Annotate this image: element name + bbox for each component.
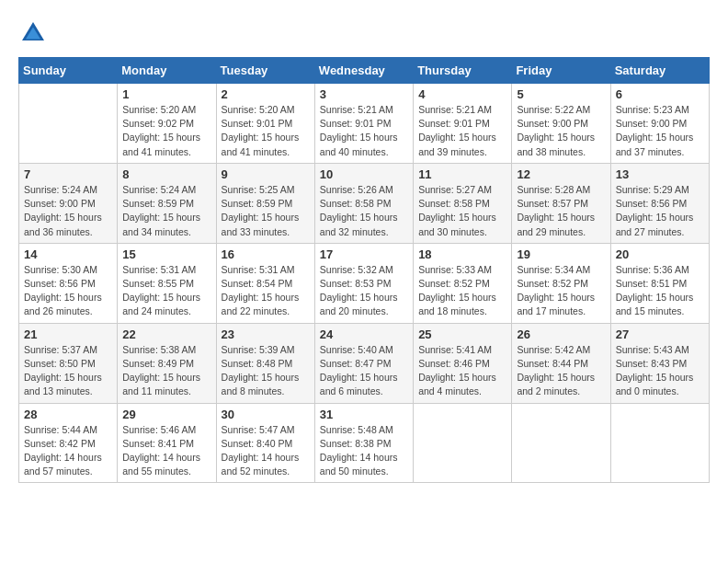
- logo: [18, 18, 51, 48]
- logo-icon: [18, 18, 48, 48]
- calendar-week-row: 21Sunrise: 5:37 AM Sunset: 8:50 PM Dayli…: [19, 323, 710, 403]
- day-number: 26: [517, 327, 605, 341]
- col-thursday: Thursday: [414, 58, 512, 84]
- table-row: 7Sunrise: 5:24 AM Sunset: 9:00 PM Daylig…: [19, 163, 118, 243]
- day-number: 3: [320, 87, 408, 101]
- day-info: Sunrise: 5:38 AM Sunset: 8:49 PM Dayligh…: [122, 343, 210, 399]
- table-row: 1Sunrise: 5:20 AM Sunset: 9:02 PM Daylig…: [118, 84, 216, 164]
- day-number: 11: [418, 167, 506, 181]
- day-info: Sunrise: 5:37 AM Sunset: 8:50 PM Dayligh…: [24, 343, 112, 399]
- table-row: [512, 403, 610, 483]
- table-row: 11Sunrise: 5:27 AM Sunset: 8:58 PM Dayli…: [414, 163, 512, 243]
- day-info: Sunrise: 5:34 AM Sunset: 8:52 PM Dayligh…: [517, 263, 605, 319]
- table-row: 25Sunrise: 5:41 AM Sunset: 8:46 PM Dayli…: [414, 323, 512, 403]
- table-row: 9Sunrise: 5:25 AM Sunset: 8:59 PM Daylig…: [216, 163, 314, 243]
- day-number: 5: [517, 87, 605, 101]
- day-info: Sunrise: 5:47 AM Sunset: 8:40 PM Dayligh…: [222, 423, 310, 479]
- table-row: 22Sunrise: 5:38 AM Sunset: 8:49 PM Dayli…: [118, 323, 216, 403]
- day-info: Sunrise: 5:20 AM Sunset: 9:02 PM Dayligh…: [122, 103, 210, 159]
- day-number: 14: [24, 247, 112, 261]
- table-row: 5Sunrise: 5:22 AM Sunset: 9:00 PM Daylig…: [512, 84, 610, 164]
- day-number: 15: [122, 247, 210, 261]
- table-row: 8Sunrise: 5:24 AM Sunset: 8:59 PM Daylig…: [118, 163, 216, 243]
- day-info: Sunrise: 5:29 AM Sunset: 8:56 PM Dayligh…: [616, 183, 704, 239]
- table-row: 29Sunrise: 5:46 AM Sunset: 8:41 PM Dayli…: [118, 403, 216, 483]
- table-row: 20Sunrise: 5:36 AM Sunset: 8:51 PM Dayli…: [610, 243, 709, 323]
- day-info: Sunrise: 5:33 AM Sunset: 8:52 PM Dayligh…: [418, 263, 506, 319]
- day-number: 28: [24, 408, 112, 421]
- day-info: Sunrise: 5:27 AM Sunset: 8:58 PM Dayligh…: [418, 183, 506, 239]
- day-number: 25: [418, 327, 506, 341]
- day-number: 31: [320, 408, 408, 421]
- day-number: 21: [24, 327, 112, 341]
- day-number: 16: [222, 247, 310, 261]
- day-info: Sunrise: 5:24 AM Sunset: 9:00 PM Dayligh…: [24, 183, 112, 239]
- table-row: [19, 84, 118, 164]
- page-header: [18, 18, 710, 48]
- table-row: 26Sunrise: 5:42 AM Sunset: 8:44 PM Dayli…: [512, 323, 610, 403]
- table-row: 12Sunrise: 5:28 AM Sunset: 8:57 PM Dayli…: [512, 163, 610, 243]
- day-number: 1: [122, 87, 210, 101]
- day-info: Sunrise: 5:43 AM Sunset: 8:43 PM Dayligh…: [616, 343, 704, 399]
- day-number: 12: [517, 167, 605, 181]
- day-info: Sunrise: 5:44 AM Sunset: 8:42 PM Dayligh…: [24, 423, 112, 479]
- table-row: 27Sunrise: 5:43 AM Sunset: 8:43 PM Dayli…: [610, 323, 709, 403]
- day-number: 6: [616, 87, 704, 101]
- day-number: 20: [616, 247, 704, 261]
- calendar-week-row: 28Sunrise: 5:44 AM Sunset: 8:42 PM Dayli…: [19, 403, 710, 483]
- col-tuesday: Tuesday: [216, 58, 314, 84]
- col-friday: Friday: [512, 58, 610, 84]
- day-number: 13: [616, 167, 704, 181]
- table-row: 18Sunrise: 5:33 AM Sunset: 8:52 PM Dayli…: [414, 243, 512, 323]
- table-row: 21Sunrise: 5:37 AM Sunset: 8:50 PM Dayli…: [19, 323, 118, 403]
- col-saturday: Saturday: [610, 58, 709, 84]
- day-number: 24: [320, 327, 408, 341]
- day-number: 7: [24, 167, 112, 181]
- calendar-week-row: 1Sunrise: 5:20 AM Sunset: 9:02 PM Daylig…: [19, 84, 710, 164]
- table-row: 28Sunrise: 5:44 AM Sunset: 8:42 PM Dayli…: [19, 403, 118, 483]
- table-row: 31Sunrise: 5:48 AM Sunset: 8:38 PM Dayli…: [314, 403, 413, 483]
- calendar-week-row: 14Sunrise: 5:30 AM Sunset: 8:56 PM Dayli…: [19, 243, 710, 323]
- day-number: 18: [418, 247, 506, 261]
- table-row: 14Sunrise: 5:30 AM Sunset: 8:56 PM Dayli…: [19, 243, 118, 323]
- day-info: Sunrise: 5:41 AM Sunset: 8:46 PM Dayligh…: [418, 343, 506, 399]
- day-number: 19: [517, 247, 605, 261]
- day-info: Sunrise: 5:21 AM Sunset: 9:01 PM Dayligh…: [320, 103, 408, 159]
- table-row: 13Sunrise: 5:29 AM Sunset: 8:56 PM Dayli…: [610, 163, 709, 243]
- day-info: Sunrise: 5:22 AM Sunset: 9:00 PM Dayligh…: [517, 103, 605, 159]
- calendar-header-row: Sunday Monday Tuesday Wednesday Thursday…: [19, 58, 710, 84]
- day-number: 9: [222, 167, 310, 181]
- day-number: 8: [122, 167, 210, 181]
- col-sunday: Sunday: [19, 58, 118, 84]
- table-row: 15Sunrise: 5:31 AM Sunset: 8:55 PM Dayli…: [118, 243, 216, 323]
- day-info: Sunrise: 5:48 AM Sunset: 8:38 PM Dayligh…: [320, 423, 408, 479]
- day-number: 4: [418, 87, 506, 101]
- table-row: 17Sunrise: 5:32 AM Sunset: 8:53 PM Dayli…: [314, 243, 413, 323]
- calendar-week-row: 7Sunrise: 5:24 AM Sunset: 9:00 PM Daylig…: [19, 163, 710, 243]
- day-info: Sunrise: 5:30 AM Sunset: 8:56 PM Dayligh…: [24, 263, 112, 319]
- table-row: 3Sunrise: 5:21 AM Sunset: 9:01 PM Daylig…: [314, 84, 413, 164]
- table-row: 23Sunrise: 5:39 AM Sunset: 8:48 PM Dayli…: [216, 323, 314, 403]
- day-info: Sunrise: 5:28 AM Sunset: 8:57 PM Dayligh…: [517, 183, 605, 239]
- day-number: 29: [122, 408, 210, 421]
- table-row: 2Sunrise: 5:20 AM Sunset: 9:01 PM Daylig…: [216, 84, 314, 164]
- day-info: Sunrise: 5:20 AM Sunset: 9:01 PM Dayligh…: [222, 103, 310, 159]
- day-number: 2: [222, 87, 310, 101]
- day-info: Sunrise: 5:31 AM Sunset: 8:55 PM Dayligh…: [122, 263, 210, 319]
- table-row: 19Sunrise: 5:34 AM Sunset: 8:52 PM Dayli…: [512, 243, 610, 323]
- day-number: 10: [320, 167, 408, 181]
- day-info: Sunrise: 5:21 AM Sunset: 9:01 PM Dayligh…: [418, 103, 506, 159]
- day-number: 23: [222, 327, 310, 341]
- col-monday: Monday: [118, 58, 216, 84]
- table-row: [414, 403, 512, 483]
- day-number: 30: [222, 408, 310, 421]
- day-info: Sunrise: 5:39 AM Sunset: 8:48 PM Dayligh…: [222, 343, 310, 399]
- day-number: 17: [320, 247, 408, 261]
- table-row: [610, 403, 709, 483]
- day-info: Sunrise: 5:25 AM Sunset: 8:59 PM Dayligh…: [222, 183, 310, 239]
- table-row: 24Sunrise: 5:40 AM Sunset: 8:47 PM Dayli…: [314, 323, 413, 403]
- day-info: Sunrise: 5:36 AM Sunset: 8:51 PM Dayligh…: [616, 263, 704, 319]
- day-info: Sunrise: 5:32 AM Sunset: 8:53 PM Dayligh…: [320, 263, 408, 319]
- col-wednesday: Wednesday: [314, 58, 413, 84]
- day-info: Sunrise: 5:24 AM Sunset: 8:59 PM Dayligh…: [122, 183, 210, 239]
